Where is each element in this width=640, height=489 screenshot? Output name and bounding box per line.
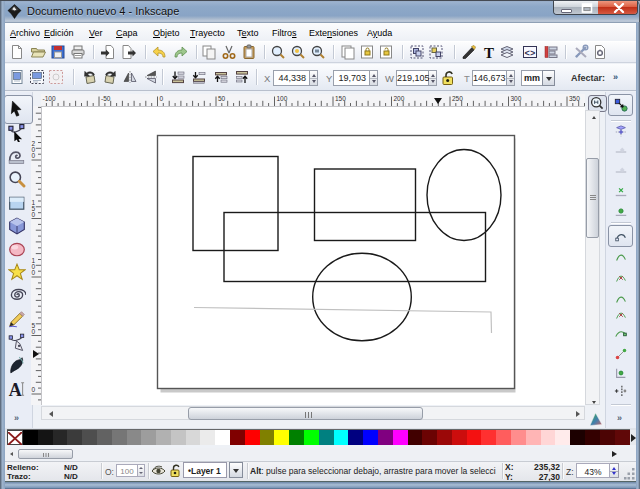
svg-text:0: 0: [32, 328, 36, 335]
svg-text:<>: <>: [525, 49, 536, 59]
svg-text:-100: -100: [43, 95, 56, 102]
svg-text:T: T: [484, 45, 494, 61]
svg-text:200: 200: [394, 95, 405, 102]
svg-text:350: 350: [569, 95, 580, 102]
svg-text:300: 300: [511, 95, 522, 102]
svg-text:0: 0: [32, 269, 36, 276]
svg-text:-50: -50: [101, 95, 111, 102]
svg-text:A: A: [9, 380, 22, 398]
svg-text:150: 150: [335, 95, 346, 102]
svg-text:0: 0: [32, 152, 36, 159]
svg-text:50: 50: [218, 95, 226, 102]
svg-text:0: 0: [160, 95, 164, 102]
svg-text:0: 0: [32, 386, 36, 393]
svg-text:100: 100: [277, 95, 288, 102]
svg-text:250: 250: [452, 95, 463, 102]
svg-text:0: 0: [32, 211, 36, 218]
